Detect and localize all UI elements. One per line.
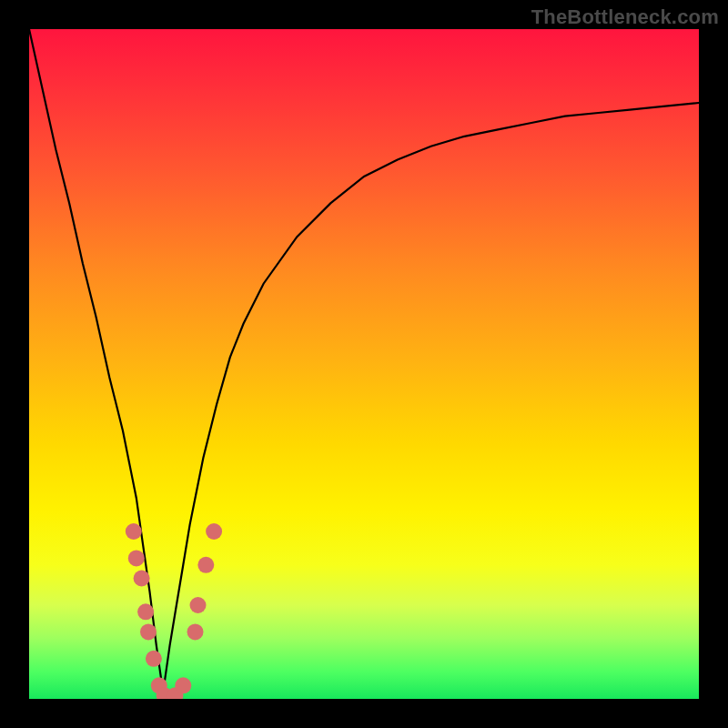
data-marker (146, 651, 162, 667)
bottleneck-curve (29, 29, 699, 693)
data-marker (206, 523, 222, 540)
watermark-text: TheBottleneck.com (531, 5, 719, 29)
data-markers (126, 523, 222, 699)
data-marker (137, 603, 154, 620)
data-marker (197, 557, 214, 573)
data-marker (187, 623, 204, 640)
data-marker (126, 523, 142, 540)
plot-area (29, 29, 699, 699)
data-marker (140, 623, 157, 640)
plot-overlay (29, 29, 699, 699)
data-marker (175, 677, 191, 693)
data-marker (128, 550, 145, 566)
data-marker (190, 597, 207, 613)
chart-frame: TheBottleneck.com (0, 0, 728, 728)
data-marker (134, 571, 150, 587)
